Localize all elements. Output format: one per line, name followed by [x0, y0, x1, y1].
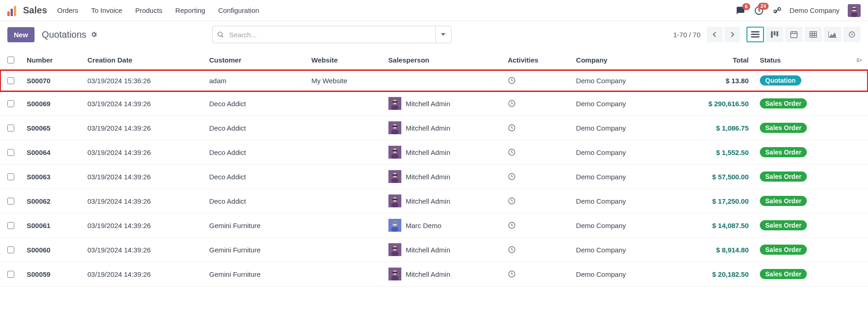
table-row[interactable]: S0005903/19/2024 14:39:26Gemini Furnitur…: [0, 262, 868, 286]
col-number[interactable]: Number: [21, 51, 82, 70]
cell-status: Sales Order: [754, 262, 850, 286]
svg-rect-6: [751, 31, 759, 33]
table-row[interactable]: S0006503/19/2024 14:39:26Deco AddictMitc…: [0, 116, 868, 140]
cell-activities[interactable]: [502, 165, 570, 189]
row-checkbox[interactable]: [7, 173, 14, 180]
cell-activities[interactable]: [502, 91, 570, 116]
table-row[interactable]: S0006903/19/2024 14:39:26Deco AddictMitc…: [0, 91, 868, 116]
clock-icon[interactable]: [508, 246, 565, 254]
nav-link-products[interactable]: Products: [135, 6, 162, 14]
svg-rect-3: [851, 12, 857, 17]
status-badge: Sales Order: [760, 171, 807, 182]
col-creation-date[interactable]: Creation Date: [82, 51, 203, 70]
view-pivot-button[interactable]: [804, 27, 822, 42]
cell-total: $ 20,182.50: [670, 262, 754, 286]
gear-icon[interactable]: [90, 31, 98, 38]
row-checkbox[interactable]: [7, 246, 14, 253]
cell-number: S00063: [21, 165, 82, 189]
clock-icon[interactable]: [508, 76, 565, 85]
col-salesperson[interactable]: Salesperson: [383, 51, 503, 70]
company-selector[interactable]: Demo Company: [790, 6, 839, 14]
row-checkbox[interactable]: [7, 100, 14, 107]
pager-next-button[interactable]: [724, 27, 740, 42]
cell-activities[interactable]: [502, 262, 570, 286]
pager-prev-button[interactable]: [707, 27, 723, 42]
table-row[interactable]: S0006303/19/2024 14:39:26Deco AddictMitc…: [0, 165, 868, 189]
nav-link-to-invoice[interactable]: To Invoice: [91, 6, 122, 14]
clock-icon[interactable]: [508, 124, 565, 132]
cell-date: 03/19/2024 14:39:26: [82, 165, 203, 189]
row-checkbox[interactable]: [7, 125, 14, 131]
cell-salesperson: Mitchell Admin: [383, 140, 503, 165]
row-checkbox[interactable]: [7, 77, 14, 84]
breadcrumb: Quotations: [42, 29, 98, 40]
cell-date: 03/19/2024 14:39:26: [82, 91, 203, 116]
view-kanban-button[interactable]: [766, 27, 783, 42]
search-options-toggle[interactable]: [436, 26, 451, 43]
table-row[interactable]: S0007003/19/2024 15:36:26adamMy WebsiteD…: [0, 70, 868, 91]
col-activities[interactable]: Activities: [502, 51, 570, 70]
col-website[interactable]: Website: [306, 51, 383, 70]
table-row[interactable]: S0006003/19/2024 14:39:26Gemini Furnitur…: [0, 238, 868, 262]
cell-activities[interactable]: [502, 140, 570, 165]
salesperson-avatar: [388, 219, 401, 232]
row-checkbox[interactable]: [7, 271, 14, 278]
nav-link-reporting[interactable]: Reporting: [175, 6, 205, 14]
row-checkbox[interactable]: [7, 222, 14, 229]
clock-icon[interactable]: [508, 172, 565, 181]
cell-website: [306, 238, 383, 262]
app-logo-icon[interactable]: [7, 5, 18, 16]
status-badge: Sales Order: [760, 245, 807, 255]
view-activity-button[interactable]: [843, 27, 861, 42]
svg-rect-12: [791, 32, 797, 38]
clock-icon[interactable]: [508, 148, 565, 156]
user-avatar[interactable]: [848, 4, 861, 17]
table-row[interactable]: S0006203/19/2024 14:39:26Deco AddictMitc…: [0, 189, 868, 213]
new-button[interactable]: New: [7, 27, 35, 42]
view-list-button[interactable]: [746, 27, 764, 42]
status-badge: Sales Order: [760, 123, 807, 133]
salesperson-name: Marc Demo: [406, 222, 442, 229]
cell-date: 03/19/2024 14:39:26: [82, 116, 203, 140]
view-graph-button[interactable]: [824, 27, 841, 42]
row-checkbox[interactable]: [7, 198, 14, 205]
salesperson-name: Mitchell Admin: [406, 246, 451, 254]
nav-link-orders[interactable]: Orders: [57, 6, 78, 14]
cell-number: S00069: [21, 91, 82, 116]
col-status[interactable]: Status: [754, 51, 850, 70]
search-input[interactable]: [212, 26, 436, 43]
cell-date: 03/19/2024 14:39:26: [82, 262, 203, 286]
search-container: [212, 26, 451, 43]
clock-icon[interactable]: [508, 270, 565, 278]
row-checkbox[interactable]: [7, 149, 14, 156]
cell-activities[interactable]: [502, 189, 570, 213]
cell-activities[interactable]: [502, 213, 570, 238]
svg-rect-58: [391, 251, 399, 256]
clock-icon[interactable]: [508, 221, 565, 229]
cell-activities[interactable]: [502, 238, 570, 262]
col-customer[interactable]: Customer: [203, 51, 306, 70]
cell-total: $ 14,087.50: [670, 213, 754, 238]
view-calendar-button[interactable]: [785, 27, 803, 42]
svg-rect-4: [852, 8, 856, 10]
pager-text[interactable]: 1-70 / 70: [673, 31, 700, 39]
cell-activities[interactable]: [502, 70, 570, 91]
debug-icon[interactable]: [772, 6, 781, 15]
col-expand[interactable]: [850, 51, 868, 70]
cell-salesperson: Mitchell Admin: [383, 189, 503, 213]
app-name[interactable]: Sales: [23, 5, 47, 16]
table-row[interactable]: S0006103/19/2024 14:39:26Gemini Furnitur…: [0, 213, 868, 238]
col-total[interactable]: Total: [670, 51, 754, 70]
clock-icon[interactable]: [508, 99, 565, 108]
cell-company: Demo Company: [571, 262, 671, 286]
col-company[interactable]: Company: [571, 51, 671, 70]
cell-activities[interactable]: [502, 116, 570, 140]
clock-icon[interactable]: [508, 197, 565, 205]
salesperson-avatar: [388, 243, 401, 256]
messages-icon[interactable]: 6: [735, 6, 746, 15]
nav-link-configuration[interactable]: Configuration: [218, 6, 259, 14]
breadcrumb-title[interactable]: Quotations: [42, 29, 87, 40]
activities-icon[interactable]: 24: [754, 6, 764, 16]
select-all-checkbox[interactable]: [7, 57, 14, 63]
table-row[interactable]: S0006403/19/2024 14:39:26Deco AddictMitc…: [0, 140, 868, 165]
